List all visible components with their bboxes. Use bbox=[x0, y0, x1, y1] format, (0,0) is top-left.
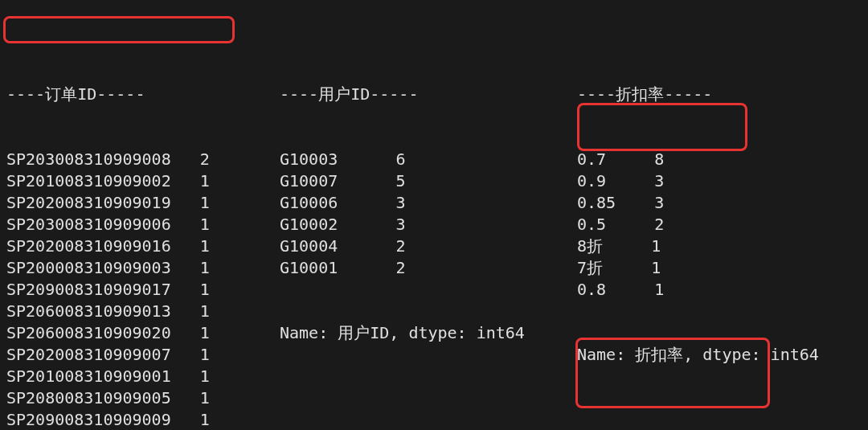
order-id-row: SP206008310909020 1 bbox=[6, 322, 252, 344]
user-id-footer: Name: 用户ID, dtype: int64 bbox=[280, 322, 538, 344]
user-id-row: G10007 5 bbox=[280, 170, 538, 192]
order-id-row: SP202008310909019 1 bbox=[6, 192, 252, 214]
discount-row: 0.85 3 bbox=[577, 192, 835, 214]
user-id-row: G10002 3 bbox=[280, 214, 538, 235]
user-id-header: ----用户ID----- bbox=[280, 84, 538, 105]
order-id-row: SP200008310909003 1 bbox=[6, 257, 252, 279]
discount-block: ----折扣率----- 0.7 80.9 30.85 30.5 28折 17折… bbox=[577, 40, 835, 409]
column-middle: ----用户ID----- G10003 6G10007 5G10006 3G1… bbox=[280, 0, 538, 430]
order-id-block: ----订单ID----- SP203008310909008 2SP20100… bbox=[6, 40, 252, 430]
user-id-row: G10001 2 bbox=[280, 257, 538, 279]
order-id-row: SP206008310909013 1 bbox=[6, 301, 252, 322]
column-right: ----折扣率----- 0.7 80.9 30.85 30.5 28折 17折… bbox=[577, 0, 835, 430]
user-id-block: ----用户ID----- G10003 6G10007 5G10006 3G1… bbox=[280, 40, 538, 387]
discount-footer: Name: 折扣率, dtype: int64 bbox=[577, 344, 835, 366]
user-id-row: G10003 6 bbox=[280, 149, 538, 170]
order-id-row: SP208008310909005 1 bbox=[6, 387, 252, 409]
discount-row: 0.8 1 bbox=[577, 279, 835, 301]
order-id-row: SP209008310909017 1 bbox=[6, 279, 252, 301]
discount-row: 0.7 8 bbox=[577, 149, 835, 170]
order-id-row: SP203008310909006 1 bbox=[6, 214, 252, 235]
discount-row: 0.5 2 bbox=[577, 214, 835, 235]
order-id-row: SP201008310909002 1 bbox=[6, 170, 252, 192]
order-id-header: ----订单ID----- bbox=[6, 84, 252, 105]
user-id-row: G10006 3 bbox=[280, 192, 538, 214]
order-id-row: SP202008310909016 1 bbox=[6, 235, 252, 257]
discount-row: 0.9 3 bbox=[577, 170, 835, 192]
discount-row: 7折 1 bbox=[577, 257, 835, 279]
discount-header: ----折扣率----- bbox=[577, 84, 835, 105]
discount-row: 8折 1 bbox=[577, 235, 835, 257]
order-id-row: SP202008310909007 1 bbox=[6, 344, 252, 366]
column-order-id: ----订单ID----- SP203008310909008 2SP20100… bbox=[6, 0, 252, 430]
order-id-row: SP201008310909001 1 bbox=[6, 366, 252, 387]
user-id-row: G10004 2 bbox=[280, 235, 538, 257]
order-id-row: SP203008310909008 2 bbox=[6, 149, 252, 170]
order-id-row: SP209008310909009 1 bbox=[6, 409, 252, 430]
